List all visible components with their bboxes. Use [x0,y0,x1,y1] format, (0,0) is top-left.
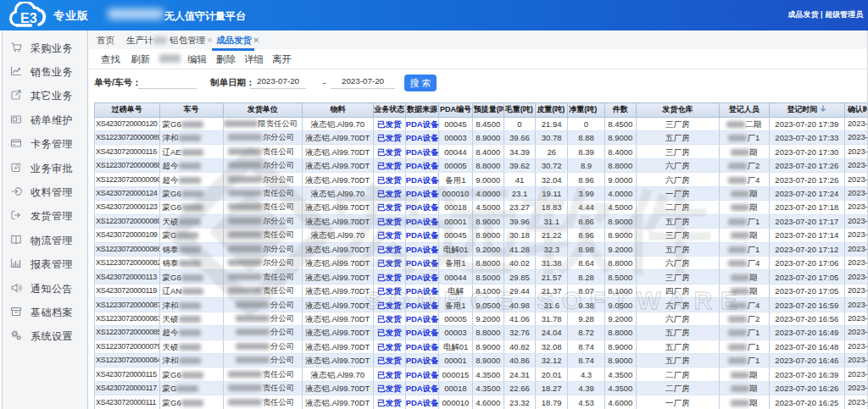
svg-text:E3: E3 [20,11,37,25]
